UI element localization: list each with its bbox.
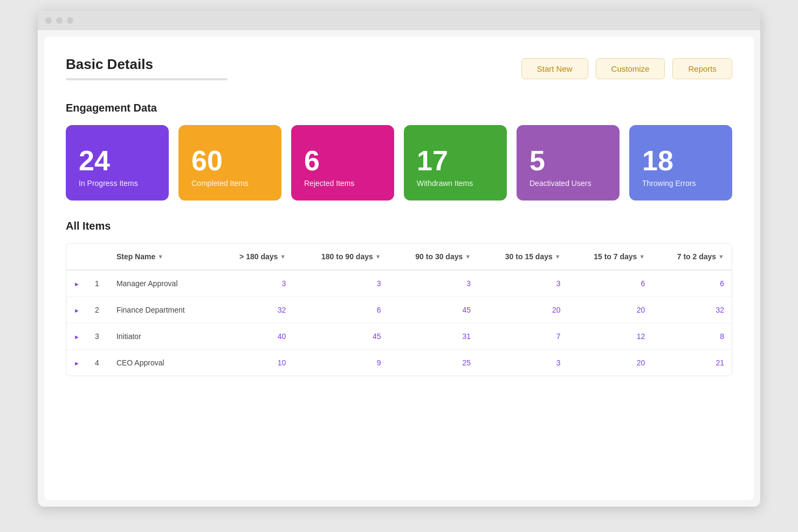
d180to90-sort-icon[interactable]: ▼ [375,253,381,260]
table-header: Step Name ▼ > 180 days ▼ [66,244,732,270]
col-30to15[interactable]: 30 to 15 days ▼ [478,244,568,270]
card-deactivated-number: 5 [529,147,607,175]
row-number: 1 [87,270,109,297]
d7to2-value: 6 [652,270,732,297]
card-in-progress-label: In Progress Items [79,179,156,188]
card-withdrawn-number: 17 [417,147,494,175]
titlebar-dot-green [67,17,73,24]
d15to7-value: 12 [568,323,653,350]
col-gt180[interactable]: > 180 days ▼ [215,244,293,270]
d90to30-value: 3 [389,270,479,297]
items-table: Step Name ▼ > 180 days ▼ [66,244,732,376]
d30to15-value: 7 [478,323,568,350]
table-body: ► 1 Manager Approval 3 3 3 3 6 6 ► 2 Fin… [66,270,732,376]
all-items-section: All Items Step Name ▼ [66,220,732,376]
card-rejected[interactable]: 6 Rejected Items [291,125,394,201]
col-num [87,244,109,270]
card-in-progress[interactable]: 24 In Progress Items [66,125,169,201]
d7to2-value: 32 [652,297,732,323]
step-name: CEO Approval [109,350,215,376]
page-title: Basic Details [66,56,228,73]
d90to30-value: 25 [389,350,479,376]
d180to90-value: 9 [293,350,388,376]
col-7to2[interactable]: 7 to 2 days ▼ [652,244,732,270]
expand-icon[interactable]: ► [74,307,80,314]
expand-icon[interactable]: ► [74,360,80,367]
reports-button[interactable]: Reports [672,58,732,79]
customize-button[interactable]: Customize [596,58,665,79]
d15to7-sort-icon[interactable]: ▼ [639,253,645,260]
gt180-sort-icon[interactable]: ▼ [280,253,286,260]
col-90to30[interactable]: 90 to 30 days ▼ [389,244,479,270]
step-name: Initiator [109,323,215,350]
gt180-value: 40 [215,323,293,350]
card-errors-label: Throwing Errors [642,179,719,188]
engagement-section: Engagement Data 24 In Progress Items 60 … [66,102,732,201]
card-rejected-number: 6 [304,147,381,175]
d90to30-value: 31 [389,323,479,350]
d90to30-value: 45 [389,297,479,323]
d7to2-value: 21 [652,350,732,376]
expand-cell[interactable]: ► [66,270,87,297]
d30to15-value: 20 [478,297,568,323]
d30to15-value: 3 [478,270,568,297]
row-number: 3 [87,323,109,350]
main-content: Basic Details Start New Customize Report… [44,37,754,500]
card-rejected-label: Rejected Items [304,179,381,188]
col-expand [66,244,87,270]
gt180-value: 3 [215,270,293,297]
expand-cell[interactable]: ► [66,350,87,376]
card-in-progress-number: 24 [79,147,156,175]
d30to15-sort-icon[interactable]: ▼ [555,253,561,260]
step-name-sort-icon[interactable]: ▼ [157,253,163,260]
col-15to7[interactable]: 15 to 7 days ▼ [568,244,653,270]
row-number: 4 [87,350,109,376]
table-row: ► 3 Initiator 40 45 31 7 12 8 [66,323,732,350]
page-header: Basic Details Start New Customize Report… [66,56,732,80]
d30to15-value: 3 [478,350,568,376]
titlebar-dot-yellow [56,17,63,24]
card-completed[interactable]: 60 Completed Items [178,125,281,201]
card-deactivated[interactable]: 5 Deactivated Users [517,125,620,201]
step-name: Manager Approval [109,270,215,297]
gt180-value: 10 [215,350,293,376]
all-items-title: All Items [66,220,732,232]
engagement-title: Engagement Data [66,102,732,114]
d90to30-sort-icon[interactable]: ▼ [465,253,471,260]
gt180-value: 32 [215,297,293,323]
row-number: 2 [87,297,109,323]
card-errors-number: 18 [642,147,719,175]
card-deactivated-label: Deactivated Users [529,179,607,188]
d15to7-value: 20 [568,350,653,376]
cards-grid: 24 In Progress Items 60 Completed Items … [66,125,732,201]
expand-icon[interactable]: ► [74,334,80,340]
card-completed-number: 60 [191,147,269,175]
start-new-button[interactable]: Start New [521,58,588,79]
title-underline [66,78,228,80]
table-row: ► 1 Manager Approval 3 3 3 3 6 6 [66,270,732,297]
col-180to90[interactable]: 180 to 90 days ▼ [293,244,388,270]
d180to90-value: 45 [293,323,388,350]
items-table-container: Step Name ▼ > 180 days ▼ [66,243,732,376]
d180to90-value: 3 [293,270,388,297]
titlebar [38,11,760,30]
header-row: Step Name ▼ > 180 days ▼ [66,244,732,270]
d7to2-sort-icon[interactable]: ▼ [718,253,724,260]
table-row: ► 2 Finance Department 32 6 45 20 20 32 [66,297,732,323]
d180to90-value: 6 [293,297,388,323]
title-block: Basic Details [66,56,228,80]
d15to7-value: 6 [568,270,653,297]
expand-cell[interactable]: ► [66,297,87,323]
card-withdrawn-label: Withdrawn Items [417,179,494,188]
card-completed-label: Completed Items [191,179,269,188]
table-row: ► 4 CEO Approval 10 9 25 3 20 21 [66,350,732,376]
expand-cell[interactable]: ► [66,323,87,350]
card-withdrawn[interactable]: 17 Withdrawn Items [404,125,507,201]
step-name: Finance Department [109,297,215,323]
header-buttons: Start New Customize Reports [521,58,732,79]
app-window: Basic Details Start New Customize Report… [38,11,760,507]
d15to7-value: 20 [568,297,653,323]
expand-icon[interactable]: ► [74,281,80,287]
col-step-name[interactable]: Step Name ▼ [109,244,215,270]
card-errors[interactable]: 18 Throwing Errors [629,125,732,201]
